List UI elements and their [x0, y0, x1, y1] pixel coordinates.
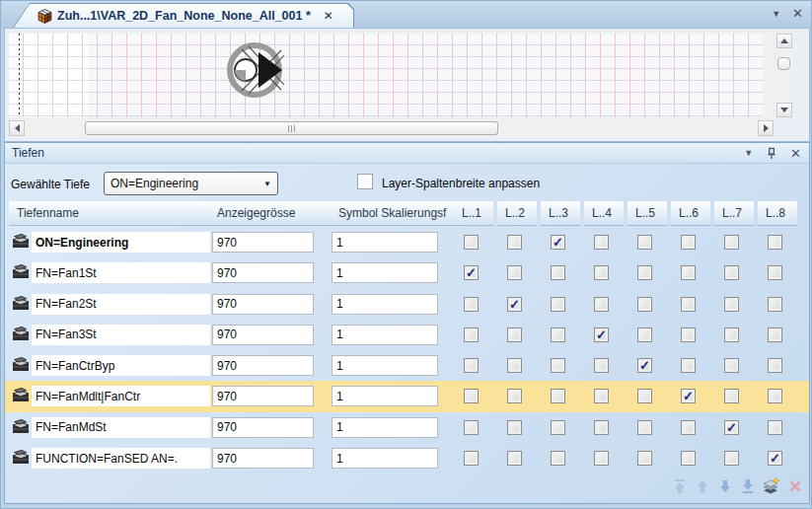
table-row[interactable]: FN=FanCtrByp✓ — [5, 350, 809, 381]
symbol-scale-input[interactable] — [332, 448, 438, 469]
display-size-input[interactable] — [212, 386, 314, 406]
depth-name[interactable]: FN=Fan2St — [32, 294, 210, 315]
layer-checkbox[interactable] — [724, 451, 739, 466]
layer-checkbox[interactable] — [507, 235, 522, 250]
layer-checkbox[interactable] — [464, 327, 479, 342]
layer-checkbox[interactable] — [551, 420, 565, 435]
layer-checkbox[interactable] — [637, 451, 652, 466]
depth-name[interactable]: FN=Fan1St — [32, 262, 210, 283]
layer-checkbox[interactable] — [724, 327, 739, 342]
layer-checkbox[interactable] — [507, 389, 522, 403]
table-row[interactable]: FN=Fan1St✓ — [5, 257, 809, 288]
vertical-scrollbar[interactable] — [775, 34, 793, 117]
layer-checkbox[interactable] — [507, 420, 522, 435]
move-down-button[interactable] — [717, 478, 733, 494]
layer-checkbox[interactable] — [551, 265, 565, 280]
layer-checkbox[interactable] — [681, 358, 696, 373]
layer-checkbox[interactable]: ✓ — [507, 297, 522, 312]
column-header[interactable]: Tiefenname — [9, 201, 210, 226]
depth-name[interactable]: FN=FanMdlt|FanCtr — [32, 386, 210, 406]
layer-checkbox[interactable] — [681, 451, 696, 466]
horizontal-scroll-thumb[interactable] — [85, 121, 498, 135]
layer-checkbox[interactable] — [768, 235, 782, 250]
panel-close-icon[interactable]: ✕ — [790, 143, 801, 164]
symbol-scale-input[interactable] — [332, 262, 438, 283]
layer-checkbox[interactable] — [507, 265, 522, 280]
scroll-down-button[interactable] — [776, 103, 792, 117]
layer-checkbox[interactable] — [681, 297, 696, 312]
table-row[interactable]: FN=FanMdSt✓ — [5, 412, 809, 443]
table-row[interactable]: ON=Engineering✓ — [5, 227, 809, 257]
layer-checkbox[interactable] — [594, 451, 609, 466]
scroll-up-button[interactable] — [776, 34, 792, 48]
layer-checkbox[interactable] — [768, 297, 782, 312]
horizontal-scrollbar[interactable] — [9, 119, 774, 137]
symbol-scale-input[interactable] — [332, 232, 438, 253]
layer-checkbox[interactable] — [551, 389, 565, 403]
column-header[interactable]: L..1 — [454, 201, 493, 226]
layer-checkbox[interactable] — [768, 327, 782, 342]
layer-checkbox[interactable] — [464, 235, 479, 250]
layer-checkbox[interactable] — [724, 358, 739, 373]
layer-checkbox[interactable] — [637, 327, 652, 342]
layer-checkbox[interactable] — [637, 265, 652, 280]
column-header[interactable]: L..4 — [584, 201, 624, 226]
display-size-input[interactable] — [212, 262, 314, 283]
symbol-scale-input[interactable] — [332, 294, 438, 315]
panel-menu-chevron-icon[interactable]: ▼ — [744, 143, 753, 164]
tab-bar-close-icon[interactable]: ✕ — [792, 6, 803, 22]
vertical-scroll-thumb[interactable] — [777, 57, 790, 70]
depth-name[interactable]: ON=Engineering — [32, 232, 210, 253]
column-header[interactable]: L..5 — [627, 201, 667, 226]
layer-checkbox[interactable] — [464, 420, 479, 435]
layer-checkbox[interactable]: ✓ — [681, 389, 696, 403]
layer-checkbox[interactable]: ✓ — [724, 420, 739, 435]
layer-checkbox[interactable] — [507, 358, 522, 373]
column-header[interactable]: L..7 — [714, 201, 754, 226]
new-layer-button[interactable] — [763, 477, 780, 494]
move-up-button[interactable] — [695, 478, 710, 494]
layer-checkbox[interactable] — [681, 327, 696, 342]
layer-checkbox[interactable] — [464, 451, 479, 466]
move-bottom-button[interactable] — [740, 478, 756, 494]
display-size-input[interactable] — [212, 448, 314, 469]
layer-checkbox[interactable] — [464, 358, 479, 373]
layer-checkbox[interactable] — [637, 297, 652, 312]
layer-checkbox[interactable] — [724, 265, 739, 280]
layer-checkbox[interactable] — [551, 451, 565, 466]
column-header[interactable]: L..6 — [671, 201, 710, 226]
layer-checkbox[interactable]: ✓ — [637, 358, 652, 373]
display-size-input[interactable] — [212, 417, 314, 438]
layer-column-width-checkbox[interactable] — [357, 174, 373, 189]
table-row[interactable]: FN=Fan3St✓ — [5, 320, 809, 350]
layer-checkbox[interactable] — [637, 389, 652, 403]
column-header[interactable]: L..8 — [758, 201, 797, 226]
layer-checkbox[interactable]: ✓ — [768, 451, 782, 466]
symbol-scale-input[interactable] — [332, 325, 438, 345]
delete-button[interactable] — [787, 478, 803, 494]
move-top-button[interactable] — [672, 478, 688, 494]
layer-checkbox[interactable] — [594, 420, 609, 435]
tab-close-icon[interactable]: ✕ — [324, 9, 333, 23]
layer-checkbox[interactable] — [594, 235, 609, 250]
layer-checkbox[interactable] — [594, 297, 609, 312]
layer-checkbox[interactable] — [594, 389, 609, 403]
layer-checkbox[interactable] — [594, 358, 609, 373]
layer-checkbox[interactable]: ✓ — [464, 265, 479, 280]
scroll-left-button[interactable] — [9, 120, 25, 136]
layer-checkbox[interactable] — [768, 358, 782, 373]
layer-checkbox[interactable] — [768, 389, 782, 403]
column-header[interactable]: Symbol Skalierungsf — [331, 201, 454, 226]
layer-checkbox[interactable] — [551, 327, 565, 342]
symbol-scale-input[interactable] — [332, 355, 438, 376]
layer-checkbox[interactable]: ✓ — [551, 235, 565, 250]
selected-depth-dropdown[interactable]: ON=Engineering ▼ — [104, 172, 278, 195]
layer-checkbox[interactable] — [507, 451, 522, 466]
display-size-input[interactable] — [212, 294, 314, 315]
column-header[interactable]: Anzeigegrösse — [209, 201, 331, 226]
layer-checkbox[interactable] — [681, 265, 696, 280]
layer-checkbox[interactable] — [507, 327, 522, 342]
layer-checkbox[interactable] — [724, 297, 739, 312]
display-size-input[interactable] — [212, 355, 314, 376]
layer-checkbox[interactable] — [637, 235, 652, 250]
